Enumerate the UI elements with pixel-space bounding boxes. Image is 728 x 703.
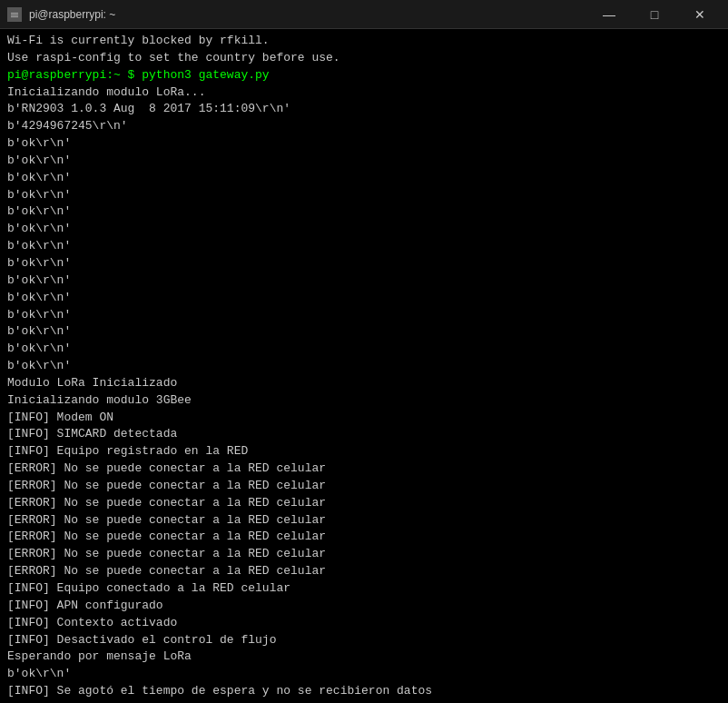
terminal-line: [INFO] APN configurado xyxy=(7,598,721,615)
terminal-line: pi@raspberrypi:~ $ python3 gateway.py xyxy=(7,67,721,84)
title-bar-left: pi@raspberrypi: ~ xyxy=(7,7,115,22)
terminal-line: Modulo LoRa Inicializado xyxy=(7,375,721,392)
terminal-line: [INFO] Equipo registrado en la RED xyxy=(7,443,721,460)
terminal-line: b'ok\r\n' xyxy=(7,341,721,358)
terminal-line: b'ok\r\n' xyxy=(7,307,721,324)
terminal-line: b'ok\r\n' xyxy=(7,238,721,255)
window-icon xyxy=(7,7,22,22)
terminal-line: Wi-Fi is currently blocked by rfkill. xyxy=(7,33,721,50)
terminal-line: [ERROR] No se puede conectar a la RED ce… xyxy=(7,512,721,530)
terminal-line: [ERROR] No se puede conectar a la RED ce… xyxy=(7,495,721,512)
terminal-line: b'ok\r\n' xyxy=(7,323,721,341)
terminal-line: [ERROR] No se puede conectar a la RED ce… xyxy=(7,563,721,580)
terminal-line: [ERROR] No se puede conectar a la RED ce… xyxy=(7,460,721,478)
terminal-line: b'ok\r\n' xyxy=(7,135,721,153)
terminal-line: [INFO] Modem ON xyxy=(7,410,721,427)
terminal-line: b'ok\r\n' xyxy=(7,358,721,375)
terminal-line: [ERROR] No se puede conectar a la RED ce… xyxy=(7,546,721,563)
close-button[interactable]: ✕ xyxy=(679,2,721,27)
terminal-line: b'ok\r\n' xyxy=(7,272,721,290)
svg-rect-1 xyxy=(11,13,18,14)
terminal-line: Esperando por mensaje LoRa xyxy=(7,649,721,666)
window-controls: — □ ✕ xyxy=(588,2,721,27)
terminal-line: b'4294967245\r\n' xyxy=(7,118,721,135)
terminal-line: [INFO] Desactivado el control de flujo xyxy=(7,632,721,649)
terminal-line: b'ok\r\n' xyxy=(7,221,721,238)
svg-rect-3 xyxy=(11,16,18,17)
terminal-line: b'ok\r\n' xyxy=(7,666,721,683)
terminal-line: [INFO] Se agotó el tiempo de espera y no… xyxy=(7,683,721,700)
terminal-line: Use raspi-config to set the country befo… xyxy=(7,50,721,67)
terminal-line: [ERROR] No se puede conectar a la RED ce… xyxy=(7,478,721,495)
svg-rect-2 xyxy=(11,15,18,15)
terminal-line: [INFO] SIMCARD detectada xyxy=(7,426,721,443)
terminal-line: [INFO] Contexto activado xyxy=(7,615,721,632)
terminal-line: Inicializando modulo LoRa... xyxy=(7,84,721,102)
terminal-line: [INFO] Equipo conectado a la RED celular xyxy=(7,580,721,598)
maximize-button[interactable]: □ xyxy=(634,2,675,27)
terminal-line: b'ok\r\n' xyxy=(7,290,721,307)
window-title: pi@raspberrypi: ~ xyxy=(29,8,115,21)
terminal-line: [ERROR] No se puede conectar a la RED ce… xyxy=(7,529,721,546)
terminal-line: b'ok\r\n' xyxy=(7,153,721,170)
terminal-window: pi@raspberrypi: ~ — □ ✕ Wi-Fi is current… xyxy=(0,0,728,703)
title-bar: pi@raspberrypi: ~ — □ ✕ xyxy=(0,0,728,29)
terminal-line: b'ok\r\n' xyxy=(7,255,721,272)
terminal-line: b'RN2903 1.0.3 Aug 8 2017 15:11:09\r\n' xyxy=(7,101,721,118)
terminal-line: b'ok\r\n' xyxy=(7,187,721,204)
terminal-line: b'ok\r\n' xyxy=(7,170,721,187)
minimize-button[interactable]: — xyxy=(588,2,630,27)
terminal-body: Wi-Fi is currently blocked by rfkill.Use… xyxy=(0,29,728,703)
terminal-line: b'ok\r\n' xyxy=(7,203,721,221)
terminal-line: Inicializando modulo 3GBee xyxy=(7,392,721,410)
